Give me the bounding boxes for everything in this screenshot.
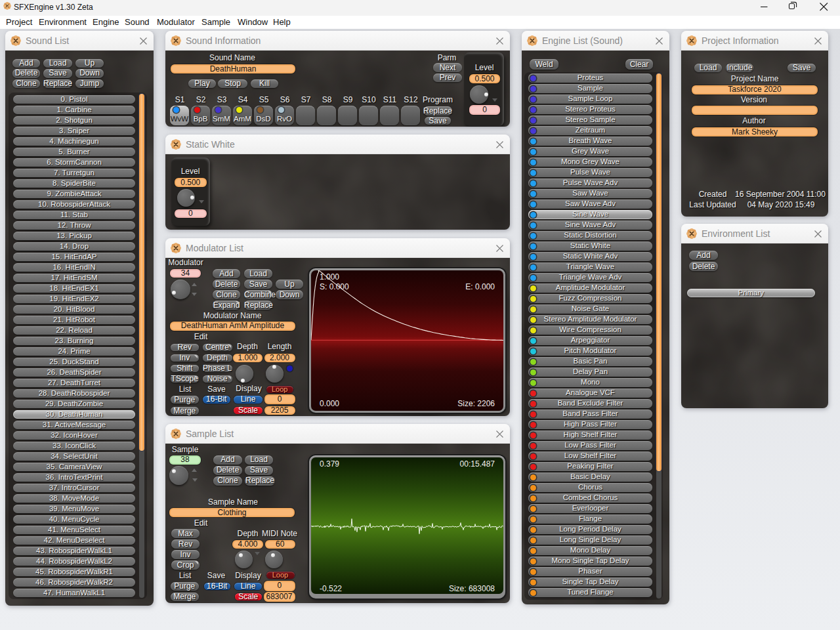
svg-text:E: 0.000: E: 0.000 xyxy=(465,282,495,291)
svg-text:00:15.487: 00:15.487 xyxy=(460,459,495,469)
svg-text:S: 0.000: S: 0.000 xyxy=(320,282,349,291)
svg-text:Size: 2206: Size: 2206 xyxy=(457,399,495,408)
svg-text:Size: 683008: Size: 683008 xyxy=(449,584,495,593)
svg-text:1.000: 1.000 xyxy=(320,272,339,282)
svg-text:0.379: 0.379 xyxy=(320,459,339,469)
svg-text:-0.522: -0.522 xyxy=(320,584,342,593)
svg-text:0.000: 0.000 xyxy=(320,399,339,408)
